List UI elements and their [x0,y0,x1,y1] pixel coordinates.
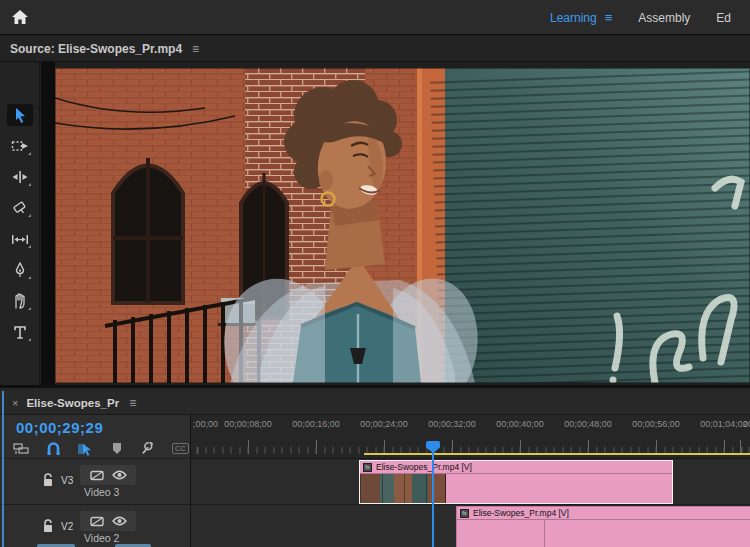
track-select-forward-tool[interactable] [7,135,33,157]
source-monitor-video[interactable] [55,68,750,383]
track-controls [80,465,136,485]
timeline-tab-title: Elise-Swopes_Pr [26,397,119,409]
track-header-v3: V3 Video 3 [0,459,190,505]
panel-focus-indicator [2,391,4,547]
home-icon [11,9,29,25]
video-letterbox [41,62,55,385]
workspace-tabs: Learning ≡ Assembly Ed [550,0,750,35]
fx-badge: fx [460,509,469,518]
source-panel-tab-bar[interactable]: Source: Elise-Swopes_Pr.mp4 ≡ [0,36,750,62]
track-name[interactable]: Video 3 [84,486,119,498]
slip-icon [11,233,29,246]
workspace-tab-label: Assembly [638,11,690,25]
eye-icon[interactable] [112,516,127,526]
pen-icon [13,262,27,278]
video-frame-art [55,68,750,383]
pen-tool[interactable] [7,259,33,281]
panel-menu-icon[interactable]: ≡ [129,396,136,410]
ripple-edit-icon [11,170,29,184]
workspace-tab-label: Learning [550,11,597,25]
panel-menu-icon[interactable]: ≡ [192,42,199,56]
lock-icon[interactable] [42,473,54,487]
work-area-bar[interactable] [364,453,750,455]
playhead-timecode[interactable]: 00;00;29;29 [16,419,103,436]
workspace-tab-learning[interactable]: Learning ≡ [550,10,612,25]
ripple-edit-tool[interactable] [7,166,33,188]
workspace-menu-icon[interactable]: ≡ [605,10,613,25]
monitor-area [0,62,750,385]
timeline-body: 00;00;29;29 [0,415,750,547]
snap-magnet-icon[interactable] [44,441,63,457]
captions-icon[interactable]: CC [171,441,190,457]
add-marker-icon[interactable] [107,441,126,457]
timeline-track-area: ;00;0000;00;08;0000;00;16;0000;00;24;000… [190,415,750,547]
track-controls [80,511,136,531]
tools-panel [0,62,40,385]
workspace-tab-editing[interactable]: Ed [716,11,731,25]
slip-tool[interactable] [7,228,33,250]
fx-badge: fx [363,463,372,472]
workspace-tab-assembly[interactable]: Assembly [638,11,690,25]
ruler-label: 00;00;40;00 [496,419,544,429]
ruler-label: 00;00;16;00 [292,419,340,429]
ruler-label: 00;00;08;00 [224,419,272,429]
type-tool[interactable] [7,321,33,343]
razor-tool[interactable] [7,197,33,219]
home-button[interactable] [0,0,40,35]
clip-v3[interactable]: fx Elise-Swopes_Pr.mp4 [V] [359,460,673,504]
ruler-label: ;00;00 [193,419,218,429]
workspace-tab-label: Ed [716,11,731,25]
ruler-label: 00;00;24;00 [360,419,408,429]
ruler-label: 00;01;04;02 [700,419,748,429]
ruler-label: 00;00;56;00 [632,419,680,429]
clip-v2[interactable]: fx Elise-Swopes_Pr.mp4 [V] [456,506,750,547]
type-icon [13,325,27,340]
hand-tool[interactable] [7,290,33,312]
hand-icon [12,293,27,309]
track-target-button[interactable]: V3 [61,475,73,486]
clip-label: Elise-Swopes_Pr.mp4 [V] [376,462,472,472]
premiere-window: Learning ≡ Assembly Ed Source: Elise-Swo… [0,0,750,547]
selection-tool-icon [12,107,28,124]
source-panel-title: Source: Elise-Swopes_Pr.mp4 [0,42,182,56]
track-header-v2: V2 Video 2 [0,505,190,547]
clip-thumbnails [457,520,545,547]
timeline-panel: × Elise-Swopes_Pr ≡ 00;00;29;29 [0,385,750,547]
razor-icon [12,201,28,216]
sync-lock-icon[interactable] [90,470,104,481]
ruler-label: 00;00;48;00 [564,419,612,429]
time-ruler[interactable]: ;00;0000;00;08;0000;00;16;0000;00;24;000… [191,415,750,459]
track-name[interactable]: Video 2 [84,532,119,544]
lock-icon[interactable] [42,519,54,533]
track-select-forward-icon [11,139,29,153]
nest-icon[interactable] [12,441,31,457]
sync-lock-icon[interactable] [90,516,104,527]
clip-label: Elise-Swopes_Pr.mp4 [V] [473,508,569,518]
timeline-tab-bar[interactable]: × Elise-Swopes_Pr ≡ [0,391,750,415]
app-top-bar: Learning ≡ Assembly Ed [0,0,750,35]
playhead-line[interactable] [432,451,434,547]
selection-tool[interactable] [7,104,33,126]
linked-selection-icon[interactable] [76,441,95,457]
ruler-label: 00;00;32;00 [428,419,476,429]
ruler-label: 00 [743,419,750,429]
eye-icon[interactable] [112,470,127,480]
timeline-settings-wrench-icon[interactable] [139,441,158,457]
timeline-header-column: 00;00;29;29 [0,415,190,547]
timeline-toolbar: CC [0,439,190,459]
track-target-button[interactable]: V2 [61,521,73,532]
